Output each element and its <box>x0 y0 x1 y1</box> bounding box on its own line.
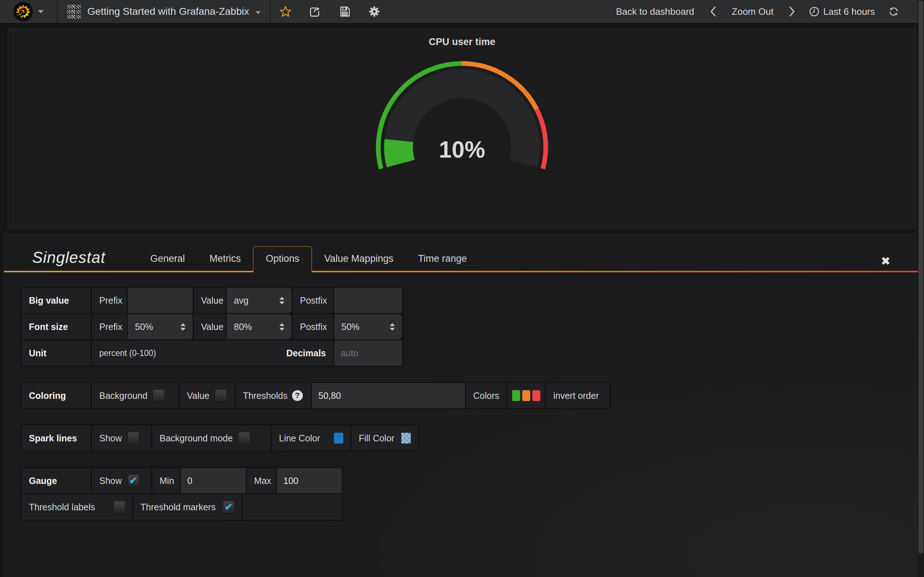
postfix-font-size-selected: 50% <box>341 322 360 332</box>
postfix-input-cell <box>334 288 402 313</box>
scrollbar-thumb[interactable] <box>919 1 923 553</box>
gauge-show-option: Show ✔ <box>92 468 151 493</box>
coloring-table: Coloring Background Value Thresholds ? C… <box>21 382 611 409</box>
chevron-right-icon <box>788 6 796 17</box>
value-font-size-selected: 80% <box>234 322 252 332</box>
coloring-row: Coloring Background Value Thresholds ? C… <box>22 383 610 408</box>
time-shift-right-button[interactable] <box>784 6 800 17</box>
value-label: Value <box>187 390 209 401</box>
dashboard-grid-icon <box>67 5 81 19</box>
gauge-show-checkbox[interactable]: ✔ <box>128 475 139 487</box>
singlestat-panel: CPU user time 10% <box>8 28 916 229</box>
gauge: 10% <box>361 58 563 178</box>
time-range-picker[interactable]: Last 6 hours <box>805 6 879 17</box>
thresholds-input[interactable] <box>312 383 465 408</box>
select-arrows-icon <box>181 323 186 331</box>
threshold-labels-option: Threshold labels <box>22 495 132 520</box>
threshold-markers-label: Threshold markers <box>141 502 215 513</box>
unit-selected-value[interactable]: percent (0-100) <box>99 348 156 358</box>
star-dashboard-button[interactable] <box>271 0 300 23</box>
threshold-color-1-swatch[interactable] <box>512 390 520 401</box>
tab-general[interactable]: General <box>138 247 197 272</box>
max-label: Max <box>247 468 276 493</box>
gauge-row: Gauge Show ✔ Min Max <box>22 468 342 493</box>
help-icon[interactable]: ? <box>292 390 303 401</box>
background-mode-label: Background mode <box>160 433 233 443</box>
value-checkbox[interactable] <box>215 390 226 402</box>
close-editor-button[interactable]: ✖ <box>881 254 890 268</box>
spark-lines-table: Spark lines Show Background mode Line Co… <box>21 424 419 452</box>
zoom-out-button[interactable]: Zoom Out <box>726 6 779 17</box>
value-stat-select[interactable]: avg <box>227 288 292 313</box>
select-arrows-icon <box>390 323 395 331</box>
decimals-input-cell <box>334 340 402 366</box>
big-value-prefix-input[interactable] <box>128 288 193 313</box>
prefix-label: Prefix <box>92 288 127 313</box>
time-shift-left-button[interactable] <box>705 6 721 17</box>
show-label: Show <box>99 433 122 443</box>
grafana-menu-button[interactable] <box>0 0 58 23</box>
refresh-icon <box>888 6 899 17</box>
postfix-font-size-select[interactable]: 50% <box>334 314 402 339</box>
share-dashboard-button[interactable] <box>300 0 330 23</box>
fill-color-swatch[interactable] <box>401 433 411 443</box>
tab-options[interactable]: Options <box>253 246 312 272</box>
threshold-labels-label: Threshold labels <box>29 502 95 513</box>
big-value-label: Big value <box>22 288 91 313</box>
tab-metrics[interactable]: Metrics <box>197 247 253 272</box>
line-color-option: Line Color <box>272 425 351 451</box>
value-stat-selected: avg <box>234 295 248 306</box>
background-checkbox[interactable] <box>153 390 164 402</box>
gauge-value: 10% <box>361 136 563 163</box>
threshold-color-2-swatch[interactable] <box>522 390 530 401</box>
fill-color-option: Fill Color <box>352 425 418 451</box>
decimals-input[interactable] <box>334 340 402 366</box>
value-font-size-select[interactable]: 80% <box>227 314 292 339</box>
refresh-button[interactable] <box>884 6 904 17</box>
gauge-options-table: Gauge Show ✔ Min Max Threshold labels <box>21 467 343 521</box>
save-icon <box>339 6 351 17</box>
threshold-markers-checkbox[interactable]: ✔ <box>223 501 234 513</box>
options-form: Big value Prefix Value avg Postfix Font … <box>4 272 920 536</box>
dashboard-title: Getting Started with Grafana-Zabbix <box>87 6 249 17</box>
tab-value-mappings[interactable]: Value Mappings <box>312 247 406 272</box>
unit-picker[interactable]: percent (0-100) Decimals <box>92 340 333 366</box>
prefix-font-size-select[interactable]: 50% <box>128 314 193 339</box>
spark-show-checkbox[interactable] <box>128 432 139 444</box>
prefix-input-cell <box>128 288 193 313</box>
threshold-labels-checkbox[interactable] <box>114 501 125 513</box>
panel-title[interactable]: CPU user time <box>8 29 916 48</box>
value-label: Value <box>194 288 226 313</box>
dashboard-area: CPU user time 10% <box>0 24 924 229</box>
back-to-dashboard-button[interactable]: Back to dashboard <box>611 6 700 17</box>
select-arrows-icon <box>279 323 284 331</box>
max-input-cell <box>277 468 342 493</box>
spark-show-option: Show <box>92 425 151 451</box>
dashboard-picker[interactable]: Getting Started with Grafana-Zabbix <box>58 0 270 23</box>
threshold-color-3-swatch[interactable] <box>532 390 540 401</box>
invert-order-button[interactable]: invert order <box>546 383 610 408</box>
spark-lines-label: Spark lines <box>22 425 91 451</box>
line-color-swatch[interactable] <box>334 433 343 443</box>
vertical-scrollbar[interactable] <box>918 0 924 577</box>
min-input-cell <box>181 468 246 493</box>
postfix-label: Postfix <box>293 314 333 339</box>
empty-cell <box>242 495 342 520</box>
gauge-min-input[interactable] <box>181 468 246 493</box>
spark-background-mode-option: Background mode <box>152 425 271 451</box>
prefix-font-size-selected: 50% <box>135 322 153 332</box>
panel-type-title: Singlestat <box>32 248 105 272</box>
big-value-postfix-input[interactable] <box>334 288 402 313</box>
fill-color-label: Fill Color <box>359 433 394 443</box>
background-mode-checkbox[interactable] <box>239 432 250 444</box>
chevron-left-icon <box>709 6 717 17</box>
caret-down-icon <box>38 10 44 13</box>
value-label: Value <box>194 314 226 339</box>
tab-time-range[interactable]: Time range <box>406 247 479 272</box>
editor-tabs: General Metrics Options Value Mappings T… <box>138 246 479 272</box>
gauge-max-input[interactable] <box>277 468 342 493</box>
dashboard-settings-button[interactable] <box>360 0 389 23</box>
save-dashboard-button[interactable] <box>330 0 360 23</box>
colors-label: Colors <box>466 383 506 408</box>
unit-row: Unit percent (0-100) Decimals <box>22 340 402 366</box>
